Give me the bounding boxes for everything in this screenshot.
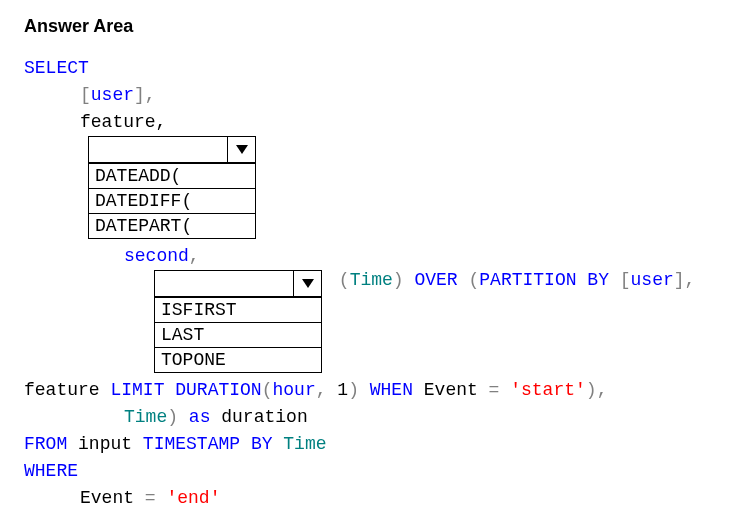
feature-text: feature [24, 380, 100, 400]
bracket-open: [ [80, 85, 91, 105]
date-function-dropdown[interactable]: DATEADD( DATEDIFF( DATEPART( [88, 136, 256, 239]
user-identifier: user [631, 270, 674, 290]
equals-sign: = [478, 380, 510, 400]
dropdown-option[interactable]: TOPONE [155, 347, 321, 372]
over-partition-text: (Time) OVER (PARTITION BY [user], [328, 270, 695, 290]
comma: , [316, 380, 327, 400]
paren-open: ( [262, 380, 273, 400]
chevron-down-icon [236, 145, 248, 154]
code-line-where: WHERE [24, 458, 705, 485]
dropdown-1-container: DATEADD( DATEDIFF( DATEPART( [24, 136, 705, 239]
bracket-open: [ [620, 270, 631, 290]
comma: , [189, 246, 200, 266]
start-string: 'start' [510, 380, 586, 400]
comma: , [597, 380, 608, 400]
code-line-select: SELECT [24, 55, 705, 82]
code-line-limit-duration: feature LIMIT DURATION(hour, 1) WHEN Eve… [24, 377, 705, 404]
window-function-dropdown[interactable]: ISFIRST LAST TOPONE [154, 270, 322, 373]
code-line-from: FROM input TIMESTAMP BY Time [24, 431, 705, 458]
dropdown-option[interactable]: DATEPART( [89, 213, 255, 238]
dropdown-2-row: ISFIRST LAST TOPONE (Time) OVER (PARTITI… [24, 270, 705, 373]
paren-close: ) [586, 380, 597, 400]
partition-by-keyword: PARTITION BY [479, 270, 609, 290]
second-keyword: second [124, 246, 189, 266]
paren-open: ( [469, 270, 480, 290]
bracket-close: ] [134, 85, 145, 105]
over-keyword: OVER [414, 270, 457, 290]
time-identifier: Time [124, 407, 167, 427]
comma: , [685, 270, 696, 290]
time-identifier: Time [283, 434, 326, 454]
from-keyword: FROM [24, 434, 67, 454]
code-line-second: second, [24, 243, 705, 270]
bracket-close: ] [674, 270, 685, 290]
event-identifier: Event [424, 380, 478, 400]
number-one: 1 [337, 380, 348, 400]
event-identifier: Event [80, 488, 134, 508]
hour-keyword: hour [272, 380, 315, 400]
dropdown-option[interactable]: DATEADD( [89, 163, 255, 188]
chevron-down-icon [302, 279, 314, 288]
dropdown-option[interactable]: ISFIRST [155, 297, 321, 322]
as-keyword: as [189, 407, 211, 427]
select-keyword: SELECT [24, 58, 89, 78]
dropdown-head[interactable] [155, 271, 321, 297]
paren-close: ) [393, 270, 404, 290]
paren-open: ( [339, 270, 350, 290]
dropdown-arrow-button[interactable] [293, 271, 321, 296]
code-line-as-duration: Time) as duration [24, 404, 705, 431]
dropdown-selected-value [155, 271, 293, 296]
paren-close: ) [348, 380, 359, 400]
dropdown-option[interactable]: LAST [155, 322, 321, 347]
input-identifier: input [78, 434, 132, 454]
user-identifier: user [91, 85, 134, 105]
feature-text: feature, [80, 112, 166, 132]
equals-sign: = [134, 488, 166, 508]
duration-identifier: duration [221, 407, 307, 427]
time-identifier: Time [350, 270, 393, 290]
dropdown-head[interactable] [89, 137, 255, 163]
code-line-event-end: Event = 'end' [24, 485, 705, 512]
timestamp-by-keyword: TIMESTAMP BY [143, 434, 273, 454]
comma: , [145, 85, 156, 105]
code-line-feature: feature, [24, 109, 705, 136]
where-keyword: WHERE [24, 461, 78, 481]
dropdown-option[interactable]: DATEDIFF( [89, 188, 255, 213]
code-line-user: [user], [24, 82, 705, 109]
dropdown-arrow-button[interactable] [227, 137, 255, 162]
when-keyword: WHEN [370, 380, 413, 400]
limit-duration-keyword: LIMIT DURATION [110, 380, 261, 400]
page-title: Answer Area [24, 16, 705, 37]
paren-close: ) [167, 407, 178, 427]
dropdown-selected-value [89, 137, 227, 162]
end-string: 'end' [166, 488, 220, 508]
